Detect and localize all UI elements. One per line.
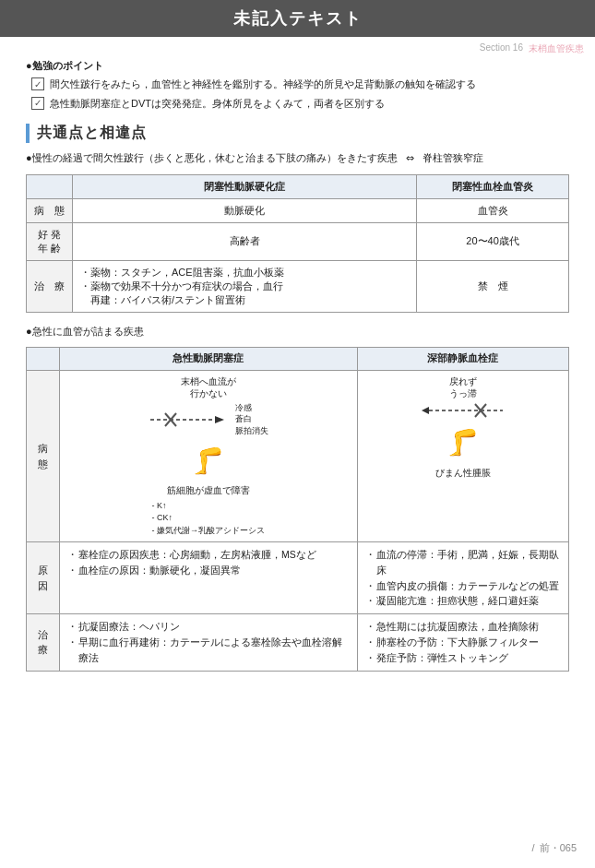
comp-th-1: 閉塞性動脈硬化症 xyxy=(73,174,417,198)
cause-arterial-2: 血栓症の原因：動脈硬化，凝固異常 xyxy=(67,563,350,578)
acute-row-0-col1: 末梢へ血流が行かない 冷感蒼白脈拍消失 xyxy=(60,371,358,542)
acute-th-2: 深部静脈血栓症 xyxy=(357,348,568,371)
section-heading-text: 共通点と相違点 xyxy=(37,124,147,143)
comp-th-0 xyxy=(27,174,73,198)
treatment-arterial-2: 早期に血行再建術：カテーテルによる塞栓除去や血栓溶解療法 xyxy=(67,635,350,666)
acute-heading-text: ●急性に血管が詰まる疾患 xyxy=(26,324,144,340)
acute-row-0-header: 病態 xyxy=(27,371,60,542)
diag-arterial-top: 末梢へ血流が行かない xyxy=(181,375,236,400)
diag-arterial-side: 冷感蒼白脈拍消失 xyxy=(235,402,268,437)
checkbox-text-1: 間欠性跛行をみたら，血管性と神経性を鑑別する。神経学的所見や足背動脈の触知を確認… xyxy=(50,77,476,92)
checkbox-text-2: 急性動脈閉塞症とDVTは突発発症。身体所見をよくみて，両者を区別する xyxy=(50,96,385,112)
comp-row-2-header: 治 療 xyxy=(27,260,73,312)
diag-venous-top: 戻れずうっ滞 xyxy=(449,375,477,400)
page-header: 未記入テキスト xyxy=(0,0,595,37)
study-points-heading: ●勉強のポイント xyxy=(26,59,569,73)
footer-slash: / xyxy=(532,842,535,853)
diag-venous: 戻れずうっ滞 🦵 びまん性腫 xyxy=(365,375,561,480)
diag-arterial: 末梢へ血流が行かない 冷感蒼白脈拍消失 xyxy=(67,375,350,537)
section-heading: 共通点と相違点 xyxy=(26,124,569,143)
section-tag-row: Section 16 末梢血管疾患 xyxy=(0,41,595,55)
page-title: 未記入テキスト xyxy=(0,7,595,30)
acute-row-1-col2: 血流の停滞：手術，肥満，妊娠，長期臥床 血管内皮の損傷：カテーテルなどの処置 凝… xyxy=(357,542,568,614)
acute-row-2-col2: 急性期には抗凝固療法，血栓摘除術 肺塞栓の予防：下大静脈フィルター 発症予防：弾… xyxy=(357,614,568,671)
acute-row-1-header: 原因 xyxy=(27,542,60,614)
acute-th-0 xyxy=(27,348,60,371)
comp-row-1-col1: 高齢者 xyxy=(73,222,417,260)
acute-heading: ●急性に血管が詰まる疾患 xyxy=(26,324,569,340)
treatment-venous-list: 急性期には抗凝固療法，血栓摘除術 肺塞栓の予防：下大静脈フィルター 発症予防：弾… xyxy=(365,619,561,665)
acute-row-0: 病態 末梢へ血流が行かない xyxy=(27,371,569,542)
comparison-table: 閉塞性動脈硬化症 閉塞性血栓血管炎 病 態 動脈硬化 血管炎 好 発年 齢 高齢… xyxy=(26,174,569,313)
spinal-stenosis: 脊柱管狭窄症 xyxy=(422,152,483,163)
acute-row-2-col1: 抗凝固療法：ヘパリン 早期に血行再建術：カテーテルによる塞栓除去や血栓溶解療法 xyxy=(60,614,358,671)
cause-venous-1: 血流の停滞：手術，肥満，妊娠，長期臥床 xyxy=(365,547,561,578)
page-container: 未記入テキスト Section 16 末梢血管疾患 ●勉強のポイント ✓ 間欠性… xyxy=(0,0,595,868)
treatment-venous-1: 急性期には抗凝固療法，血栓摘除術 xyxy=(365,619,561,635)
acute-row-0-col2: 戻れずうっ滞 🦵 びまん性腫 xyxy=(357,371,568,542)
acute-row-2-header: 治療 xyxy=(27,614,60,671)
diag-arterial-markers: - K↑ - CK↑ - 嫌気代謝→乳酸アシドーシス xyxy=(152,500,266,538)
checkbox-item-2: ✓ 急性動脈閉塞症とDVTは突発発症。身体所見をよくみて，両者を区別する xyxy=(31,96,569,112)
treatment-venous-2: 肺塞栓の予防：下大静脈フィルター xyxy=(365,635,561,650)
cause-venous-list: 血流の停滞：手術，肥満，妊娠，長期臥床 血管内皮の損傷：カテーテルなどの処置 凝… xyxy=(365,547,561,609)
checkbox-list: ✓ 間欠性跛行をみたら，血管性と神経性を鑑別する。神経学的所見や足背動脈の触知を… xyxy=(31,77,569,111)
diag-arterial-foot: 🦵 xyxy=(192,441,224,482)
svg-marker-5 xyxy=(422,407,429,414)
comp-row-2-col2: 禁 煙 xyxy=(417,260,569,312)
comp-row-2: 治 療 ・薬物：スタチン，ACE阻害薬，抗血小板薬 ・薬物で効果不十分かつ有症状… xyxy=(27,260,569,312)
checkbox-icon-2: ✓ xyxy=(31,97,44,110)
acute-row-2: 治療 抗凝固療法：ヘパリン 早期に血行再建術：カテーテルによる塞栓除去や血栓溶解… xyxy=(27,614,569,671)
treatment-venous-3: 発症予防：弾性ストッキング xyxy=(365,650,561,666)
comp-th-2: 閉塞性血栓血管炎 xyxy=(417,174,569,198)
diag-arterial-muscle: 筋細胞が虚血で障害 xyxy=(167,483,250,497)
venous-arrow-svg xyxy=(422,402,505,419)
comp-row-2-col1: ・薬物：スタチン，ACE阻害薬，抗血小板薬 ・薬物で効果不十分かつ有症状の場合，… xyxy=(73,260,417,312)
comp-row-0-header: 病 態 xyxy=(27,198,73,222)
diag-venous-foot: 🦵 xyxy=(446,422,479,464)
comp-row-0-col1: 動脈硬化 xyxy=(73,198,417,222)
comp-row-1: 好 発年 齢 高齢者 20〜40歳代 xyxy=(27,222,569,260)
comp-row-1-col2: 20〜40歳代 xyxy=(417,222,569,260)
arterial-arrow-svg xyxy=(149,411,232,428)
section-number: Section 16 xyxy=(480,42,523,55)
svg-marker-1 xyxy=(215,416,224,423)
page-footer: / 前・065 xyxy=(532,841,577,855)
checkbox-item-1: ✓ 間欠性跛行をみたら，血管性と神経性を鑑別する。神経学的所見や足背動脈の触知を… xyxy=(31,77,569,92)
diag-arrow-row-venous xyxy=(422,402,505,419)
treatment-arterial-list: 抗凝固療法：ヘパリン 早期に血行再建術：カテーテルによる塞栓除去や血栓溶解療法 xyxy=(67,619,350,665)
treatment-arterial-1: 抗凝固療法：ヘパリン xyxy=(67,619,350,635)
cause-arterial-1: 塞栓症の原因疾患：心房細動，左房粘液腫，MSなど xyxy=(67,547,350,563)
diag-arrow-row-arterial: 冷感蒼白脈拍消失 xyxy=(149,402,268,437)
acute-th-1: 急性動脈閉塞症 xyxy=(60,348,358,371)
footer-text: 前・065 xyxy=(540,842,577,853)
comp-row-1-header: 好 発年 齢 xyxy=(27,222,73,260)
acute-table: 急性動脈閉塞症 深部静脈血栓症 病態 末梢へ血流が行かない xyxy=(26,347,569,671)
arrow-symbol: ⇔ xyxy=(406,150,414,167)
diag-venous-swelling: びまん性腫脹 xyxy=(435,466,491,480)
cause-venous-2: 血管内皮の損傷：カテーテルなどの処置 xyxy=(365,578,561,594)
acute-row-1-col1: 塞栓症の原因疾患：心房細動，左房粘液腫，MSなど 血栓症の原因：動脈硬化，凝固異… xyxy=(60,542,358,614)
cause-venous-3: 凝固能亢進：担癌状態，経口避妊薬 xyxy=(365,593,561,609)
cause-arterial-list: 塞栓症の原因疾患：心房細動，左房粘液腫，MSなど 血栓症の原因：動脈硬化，凝固異… xyxy=(67,547,350,578)
chronic-heading-text: ●慢性の経過で間欠性跛行（歩くと悪化，休むと治まる下肢の痛み）をきたす疾患 ⇔ … xyxy=(26,150,483,167)
acute-row-1: 原因 塞栓症の原因疾患：心房細動，左房粘液腫，MSなど 血栓症の原因：動脈硬化，… xyxy=(27,542,569,614)
main-content: ●勉強のポイント ✓ 間欠性跛行をみたら，血管性と神経性を鑑別する。神経学的所見… xyxy=(0,55,595,701)
section-title-tag: 末梢血管疾患 xyxy=(529,42,584,55)
checkbox-icon-1: ✓ xyxy=(31,77,44,90)
comp-row-0-col2: 血管炎 xyxy=(417,198,569,222)
comp-row-0: 病 態 動脈硬化 血管炎 xyxy=(27,198,569,222)
chronic-heading: ●慢性の経過で間欠性跛行（歩くと悪化，休むと治まる下肢の痛み）をきたす疾患 ⇔ … xyxy=(26,150,569,167)
